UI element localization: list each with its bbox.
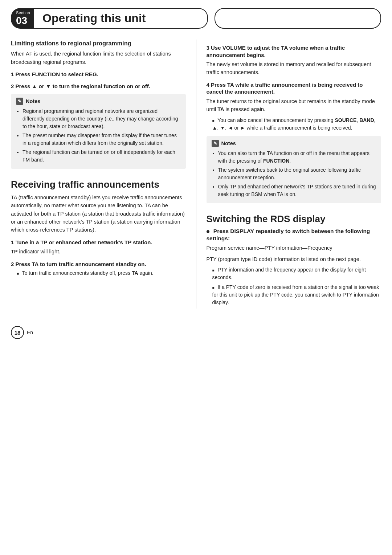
header-spacer <box>215 8 381 29</box>
bullet-icon: ■ <box>212 119 215 123</box>
note-item: Only TP and enhanced other network's TP … <box>218 183 376 198</box>
bullet-icon: ■ <box>212 268 215 272</box>
notes-title-2: ✎ Notes <box>212 140 376 147</box>
step1b-body: TP indicator will light. <box>11 248 186 256</box>
right-column: 3 Use VOLUME to adjust the TA volume whe… <box>196 40 381 309</box>
step2b-note: ■ To turn traffic announcements standby … <box>11 269 186 277</box>
page-footer: 18 En <box>0 319 392 343</box>
limiting-heading: Limiting stations to regional programmin… <box>11 40 186 47</box>
note-item: The regional function can be turned on o… <box>23 148 181 164</box>
press-display-heading: Press DISPLAY repeatedly to switch betwe… <box>207 228 381 242</box>
notes-icon-1: ✎ <box>16 98 23 105</box>
page-header: Section 03 Operating this unit <box>11 8 381 29</box>
step3-heading: 3 Use VOLUME to adjust the TA volume whe… <box>207 44 381 58</box>
section-label: Section <box>16 11 30 15</box>
header-title-box: Operating this unit <box>34 8 208 29</box>
note-item: You can also turn the TA function on or … <box>218 150 376 165</box>
press-display-note2: ■ If a PTY code of zero is received from… <box>207 283 381 306</box>
step3-body: The newly set volume is stored in memory… <box>207 60 381 77</box>
page-title: Operating this unit <box>42 12 146 25</box>
press-display-body1: Program service name—PTY information—Fre… <box>207 244 381 252</box>
step3-section: 3 Use VOLUME to adjust the TA volume whe… <box>207 44 381 77</box>
step1b-heading: 1 Tune in a TP or enhanced other network… <box>11 239 186 246</box>
footer-lang: En <box>27 330 33 335</box>
press-display-note1: ■ PTY information and the frequency appe… <box>207 266 381 281</box>
notes-title-1: ✎ Notes <box>16 98 181 105</box>
notes-icon-2: ✎ <box>212 140 219 147</box>
content-columns: Limiting stations to regional programmin… <box>0 40 392 309</box>
section-number: 03 <box>16 16 30 26</box>
step4-note: ■ You can also cancel the announcement b… <box>207 117 381 132</box>
press-display-body2: PTY (program type ID code) information i… <box>207 255 381 263</box>
limiting-body: When AF is used, the regional function l… <box>11 50 186 66</box>
notes-box-1: ✎ Notes Regional programming and regiona… <box>11 94 186 169</box>
step4-body: The tuner returns to the original source… <box>207 97 381 114</box>
bullet-icon: ■ <box>17 272 19 276</box>
step1-heading: 1 Press FUNCTION to select REG. <box>11 71 186 78</box>
note-item: Regional programming and regional networ… <box>23 107 181 130</box>
receiving-heading: Receiving traffic announcements <box>11 179 186 190</box>
step2-heading: 2 Press ▲ or ▼ to turn the regional func… <box>11 83 186 90</box>
bullet-icon: ■ <box>212 286 215 290</box>
receiving-body: TA (traffic announcement standby) lets y… <box>11 193 186 234</box>
notes-box-2: ✎ Notes You can also turn the TA functio… <box>207 136 381 203</box>
notes-list-1: Regional programming and regional networ… <box>16 107 181 164</box>
left-column: Limiting stations to regional programmin… <box>11 40 196 309</box>
step4-section: 4 Press TA while a traffic announcement … <box>207 81 381 132</box>
receiving-section: Receiving traffic announcements TA (traf… <box>11 179 186 277</box>
bullet-square-icon <box>207 230 209 233</box>
page: Section 03 Operating this unit Limiting … <box>0 8 392 555</box>
switching-heading: Switching the RDS display <box>207 213 381 225</box>
step2b-heading: 2 Press TA to turn traffic announcement … <box>11 261 186 268</box>
note-item: The preset number may disappear from the… <box>23 132 181 147</box>
notes-list-2: You can also turn the TA function on or … <box>212 150 376 198</box>
limiting-section: Limiting stations to regional programmin… <box>11 40 186 90</box>
page-number: 18 <box>11 326 24 339</box>
switching-section: Switching the RDS display Press DISPLAY … <box>207 213 381 306</box>
note-item: The system switches back to the original… <box>218 166 376 181</box>
step4-heading: 4 Press TA while a traffic announcement … <box>207 81 381 95</box>
section-badge: Section 03 <box>11 8 34 29</box>
